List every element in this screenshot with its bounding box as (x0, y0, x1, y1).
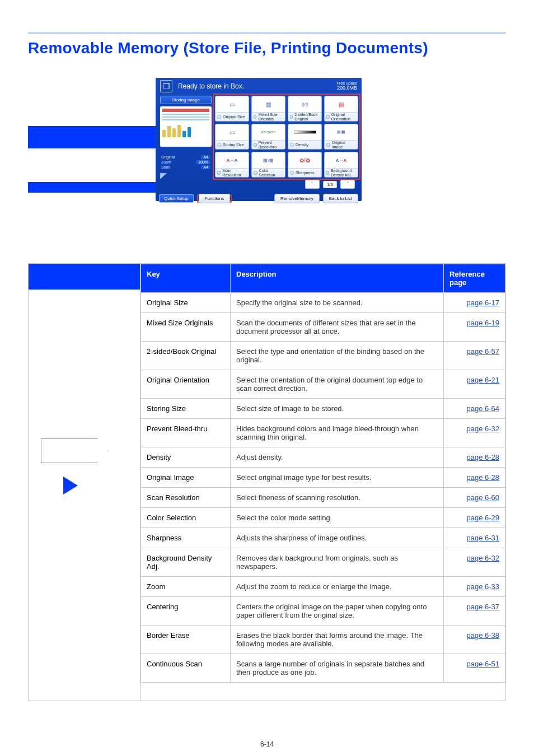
tile-original-image[interactable]: ▤/▦Original Image (324, 124, 358, 150)
cell-desc: Scans a large number of originals in sep… (231, 654, 444, 683)
cell-desc: Adjusts the sharpness of image outlines. (231, 528, 444, 548)
functions-table: Key Description Reference page Original … (140, 264, 505, 683)
cell-page: page 6-32 (444, 548, 505, 577)
tile-original-size[interactable]: ▭Original Size (215, 96, 249, 122)
tile-mixed-size[interactable]: ▥Mixed Size Originals (251, 96, 285, 122)
cell-page: page 6-32 (444, 419, 505, 447)
page-link[interactable]: page 6-32 (466, 554, 499, 562)
cell-page: page 6-28 (444, 447, 505, 468)
functions-highlight: Functions (197, 194, 232, 203)
cell-desc: Select size of image to be stored. (231, 399, 444, 419)
cell-page: page 6-21 (444, 370, 505, 399)
table-row: Background Density Adj.Removes dark back… (141, 548, 505, 577)
cell-desc: Adjust the zoom to reduce or enlarge the… (231, 577, 444, 597)
cell-desc: Hides background colors and image bleed-… (231, 419, 444, 447)
cell-key: Original Size (141, 293, 231, 313)
table-row: Continuous ScanScans a large number of o… (141, 654, 505, 683)
cell-desc: Removes dark background from originals, … (231, 548, 444, 577)
back-to-list-button[interactable]: Back to List (323, 194, 358, 203)
page-corner-icon (160, 173, 168, 179)
table-row: CenteringCenters the original image on t… (141, 597, 505, 626)
tile-orientation[interactable]: ▤Original Orientation (324, 96, 358, 122)
table-row: Border EraseErases the black border that… (141, 626, 505, 654)
cell-page: page 6-38 (444, 626, 505, 654)
page-link[interactable]: page 6-57 (466, 347, 499, 356)
table-row: 2-sided/Book OriginalSelect the type and… (141, 342, 505, 370)
table-row: Original ImageSelect original image type… (141, 468, 505, 488)
page-up-button[interactable]: ˄ (305, 180, 320, 189)
summary-values: OriginalA4 Zoom100% StoreA4 (160, 155, 212, 170)
table-row: Original OrientationSelect the orientati… (141, 370, 505, 399)
page-link[interactable]: page 6-29 (466, 514, 499, 522)
cell-desc: Select original image type for best resu… (231, 468, 444, 488)
table-row: ZoomAdjust the zoom to reduce or enlarge… (141, 577, 505, 597)
cell-page: page 6-57 (444, 342, 505, 370)
preview-thumbnail (160, 106, 212, 147)
cell-key: Density (141, 447, 231, 468)
cell-desc: Erases the black border that forms aroun… (231, 626, 444, 654)
cell-key: Mixed Size Originals (141, 313, 231, 342)
cell-key: Centering (141, 597, 231, 626)
page-link[interactable]: page 6-38 (466, 631, 499, 640)
cell-key: Storing Size (141, 399, 231, 419)
table-row: Mixed Size OriginalsScan the documents o… (141, 313, 505, 342)
cell-desc: Select the orientation of the original d… (231, 370, 444, 399)
cell-desc: Scan the documents of different sizes th… (231, 313, 444, 342)
free-space: Free Space 200.0MB (337, 81, 357, 91)
cell-key: Sharpness (141, 528, 231, 548)
th-key: Key (141, 264, 231, 293)
callout-rectangle-top (28, 126, 156, 148)
cell-page: page 6-19 (444, 313, 505, 342)
table-row: DensityAdjust density.page 6-28 (141, 447, 505, 468)
cell-key: Original Orientation (141, 370, 231, 399)
tile-scan-res[interactable]: A↔AScan Resolution (215, 152, 249, 178)
quick-setup-tab[interactable]: Quick Setup (159, 194, 194, 203)
page-link[interactable]: page 6-28 (466, 473, 499, 482)
cell-page: page 6-60 (444, 488, 505, 508)
table-row: Scan ResolutionSelect fineness of scanni… (141, 488, 505, 508)
page-link[interactable]: page 6-31 (466, 534, 499, 542)
remove-memory-button[interactable]: RemoveMemory (274, 194, 320, 203)
page-down-button[interactable]: ˅ (340, 180, 355, 189)
page-link[interactable]: page 6-51 (466, 660, 499, 668)
page-link[interactable]: page 6-60 (466, 493, 499, 502)
functions-button[interactable]: Functions (199, 194, 231, 203)
page-link[interactable]: page 6-19 (466, 319, 499, 327)
tile-storing-size[interactable]: ▭Storing Size (215, 124, 249, 150)
th-desc: Description (231, 264, 444, 293)
page-link[interactable]: page 6-37 (466, 603, 499, 611)
cell-desc: Select fineness of scanning resolution. (231, 488, 444, 508)
free-space-value: 200.0MB (337, 85, 357, 91)
left-column (28, 263, 140, 701)
tile-density[interactable]: Density (288, 124, 322, 150)
page-link[interactable]: page 6-21 (466, 376, 499, 384)
page-link[interactable]: page 6-17 (466, 298, 499, 307)
table-row: SharpnessAdjusts the sharpness of image … (141, 528, 505, 548)
table-row: Color SelectionSelect the color mode set… (141, 508, 505, 528)
tile-color-sel[interactable]: ▦/▦Color Selection (251, 152, 285, 178)
callout-rectangle-bottom (28, 182, 156, 193)
th-page: Reference page (444, 264, 505, 293)
box-icon: ❐ (160, 80, 172, 92)
tile-prevent-bleed[interactable]: ABC|ABCPrevent Bleed-thru (251, 124, 285, 150)
cell-page: page 6-51 (444, 654, 505, 683)
table-row: Storing SizeSelect size of image to be s… (141, 399, 505, 419)
header-rule (28, 32, 506, 34)
cell-key: Prevent Bleed-thru (141, 419, 231, 447)
storing-image-tab[interactable]: Storing Image (160, 96, 212, 104)
tile-2sided-book[interactable]: ▯/▯2-sided/Book Original (288, 96, 322, 122)
table-row: Prevent Bleed-thruHides background color… (141, 419, 505, 447)
page-link[interactable]: page 6-28 (466, 453, 499, 461)
cell-key: Scan Resolution (141, 488, 231, 508)
cell-key: Zoom (141, 577, 231, 597)
page-link[interactable]: page 6-32 (466, 424, 499, 433)
tile-bg-density[interactable]: A→ABackground Density Adj. (324, 152, 358, 178)
table-row: Original SizeSpecify the original size t… (141, 293, 505, 313)
tile-sharpness[interactable]: ✿/✿Sharpness (288, 152, 322, 178)
page-link[interactable]: page 6-33 (466, 582, 499, 591)
cell-key: Border Erase (141, 626, 231, 654)
cell-page: page 6-64 (444, 399, 505, 419)
page-link[interactable]: page 6-64 (466, 404, 499, 413)
cell-desc: Specify the original size to be scanned. (231, 293, 444, 313)
cell-page: page 6-17 (444, 293, 505, 313)
